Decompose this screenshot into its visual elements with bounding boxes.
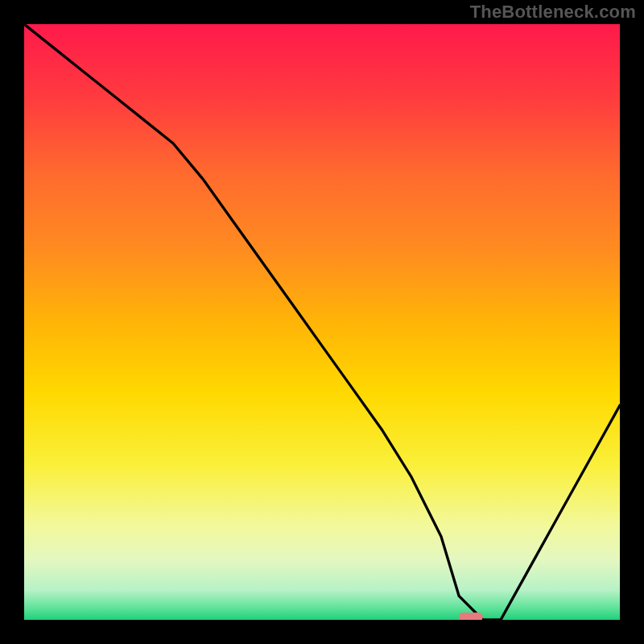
bottleneck-chart — [24, 24, 620, 620]
optimal-marker — [459, 613, 483, 620]
watermark-text: TheBottleneck.com — [470, 2, 636, 23]
chart-background — [24, 24, 620, 620]
